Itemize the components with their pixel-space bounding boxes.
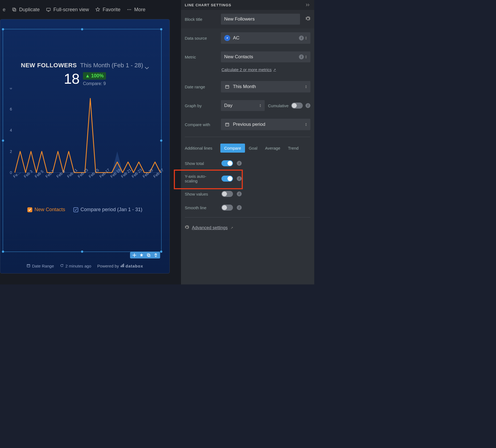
info-icon[interactable]: i [237, 205, 242, 210]
date-range-dropdown[interactable]: This Month ▲▼ [221, 81, 310, 92]
data-source-icon [224, 35, 230, 41]
compare-with-dropdown[interactable]: Previous period ▲▼ [221, 119, 310, 130]
chart-plot-area: 02468 [7, 88, 165, 175]
sort-icon: ▲▼ [305, 55, 307, 59]
yaxis-autoscaling-toggle[interactable] [221, 176, 233, 182]
data-source-label: Data source [185, 36, 218, 40]
powered-by: Powered by databox [97, 263, 143, 269]
duplicate-button[interactable]: Duplicate [11, 7, 40, 13]
show-total-toggle[interactable] [221, 160, 233, 166]
block-title-label: Block title [185, 17, 218, 22]
legend-compare-label: Compare period (Jan 1 - 31) [80, 207, 142, 213]
panel-header: LINE CHART SETTINGS [181, 0, 314, 10]
sort-icon: ▲▼ [305, 85, 307, 89]
gear-icon[interactable] [305, 16, 310, 22]
duplicate-label: Duplicate [19, 7, 40, 13]
metric-dropdown[interactable]: New Contacts i ▲▼ [221, 51, 310, 62]
cumulative-toggle[interactable] [291, 103, 303, 109]
resize-handle[interactable] [81, 28, 83, 30]
favorite-button[interactable]: Favorite [95, 7, 120, 13]
sort-icon: ▲▼ [305, 123, 307, 126]
tab-compare[interactable]: Compare [220, 144, 245, 153]
triangle-up-icon: ▲ [85, 73, 90, 79]
resize-handle[interactable] [81, 251, 83, 253]
graph-by-dropdown[interactable]: Day ▲▼ [221, 100, 265, 111]
last-updated[interactable]: 2 minutes ago [60, 264, 91, 268]
line-chart-svg: 02468 [7, 88, 165, 175]
move-icon[interactable] [132, 253, 137, 257]
collapse-panel-icon[interactable] [305, 3, 310, 7]
svg-rect-2 [47, 8, 50, 11]
svg-point-5 [130, 9, 131, 10]
toolbar-partial-item[interactable]: e [3, 7, 5, 13]
compare-with-value: Previous period [233, 122, 265, 127]
graph-by-value: Day [224, 103, 232, 108]
tab-goal[interactable]: Goal [245, 144, 261, 153]
duplicate-icon [11, 7, 17, 12]
advanced-settings-link[interactable]: Advanced settings [192, 225, 228, 230]
resize-handle[interactable] [2, 139, 4, 142]
card-action-bar [130, 252, 160, 258]
brand-name: databox [126, 264, 143, 268]
tab-average[interactable]: Average [261, 144, 284, 153]
more-button[interactable]: More [126, 7, 145, 13]
advanced-settings-text: Advanced settings [192, 225, 228, 230]
sort-icon: ▲▼ [305, 36, 307, 40]
chart-card[interactable]: NEW FOLLOWERS This Month (Feb 1 - 28) 18… [0, 19, 170, 274]
info-icon[interactable]: i [237, 191, 242, 196]
checkbox-checked-icon [73, 207, 78, 212]
svg-text:8: 8 [10, 88, 12, 90]
chart-date-range[interactable]: This Month (Feb 1 - 28) [80, 62, 149, 69]
additional-lines-tabs: CompareGoalAverageTrend [220, 144, 310, 153]
metric-label: Metric [185, 55, 218, 59]
calculate-metrics-link[interactable]: Calculate 2 or more metrics ↗ [221, 67, 276, 72]
legend-item-compare[interactable]: Compare period (Jan 1 - 31) [73, 207, 142, 213]
svg-text:4: 4 [10, 128, 12, 132]
info-icon[interactable]: i [237, 176, 242, 181]
graph-by-label: Graph by [185, 103, 218, 108]
resize-handle[interactable] [2, 251, 4, 253]
databox-logo-icon [120, 263, 125, 269]
panel-title: LINE CHART SETTINGS [185, 3, 231, 7]
resize-handle[interactable] [2, 28, 4, 30]
copy-icon[interactable] [146, 253, 151, 257]
data-source-dropdown[interactable]: AC i ▲▼ [221, 32, 310, 44]
svg-rect-13 [147, 254, 149, 256]
chart-header: NEW FOLLOWERS This Month (Feb 1 - 28) 18… [0, 62, 169, 87]
svg-text:0: 0 [10, 170, 12, 175]
date-range-footer-button[interactable]: Date Range [27, 264, 54, 268]
svg-rect-12 [148, 254, 150, 257]
svg-rect-15 [121, 266, 122, 267]
trash-icon[interactable] [154, 253, 158, 257]
fullscreen-button[interactable]: Full-screen view [46, 7, 89, 13]
svg-text:6: 6 [10, 107, 12, 111]
last-updated-text: 2 minutes ago [65, 264, 91, 268]
resize-handle[interactable] [160, 251, 162, 253]
yaxis-autoscaling-label: Y-axis auto-scaling [185, 174, 218, 183]
chevron-down-icon [145, 64, 149, 67]
metric-value: New Contacts [224, 54, 253, 60]
chart-total-value: 18 [64, 71, 80, 87]
settings-panel: LINE CHART SETTINGS Block title Data sou… [181, 0, 314, 284]
show-values-label: Show values [185, 192, 218, 196]
favorite-label: Favorite [103, 7, 120, 13]
compare-with-label: Compare with [185, 122, 218, 127]
info-icon[interactable]: i [299, 36, 304, 40]
smooth-line-toggle[interactable] [221, 205, 233, 211]
info-icon[interactable]: i [305, 103, 310, 108]
info-icon[interactable]: i [299, 54, 304, 59]
star-icon[interactable] [139, 253, 144, 257]
chart-title: NEW FOLLOWERS [21, 62, 77, 69]
resize-handle[interactable] [160, 28, 162, 30]
refresh-icon [60, 264, 64, 268]
card-footer: Date Range 2 minutes ago Powered by data… [0, 262, 169, 270]
compare-value-text: Compare: 9 [83, 81, 106, 86]
legend-item-primary[interactable]: New Contacts [27, 207, 65, 213]
x-axis-labels: Fe…Feb 3Feb 5Feb 7Feb 9Feb 11Feb 13Feb 1… [7, 175, 165, 189]
svg-rect-14 [27, 264, 30, 267]
info-icon[interactable]: i [237, 161, 242, 166]
tab-trend[interactable]: Trend [284, 144, 302, 153]
svg-rect-18 [226, 85, 229, 88]
show-values-toggle[interactable] [221, 191, 233, 197]
block-title-input[interactable] [221, 14, 300, 25]
